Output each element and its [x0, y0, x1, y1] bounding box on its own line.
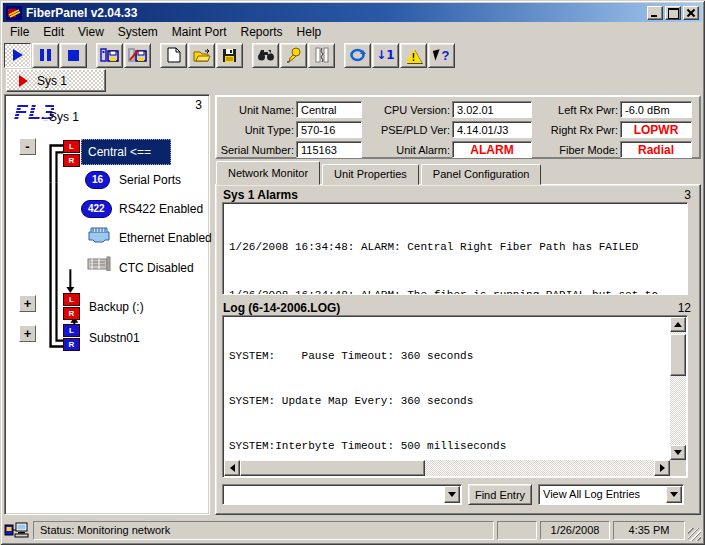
panel-view-icon [315, 47, 329, 63]
expand-backup-button[interactable]: + [19, 295, 36, 312]
log-row[interactable]: SYSTEM: Update Map Every: 360 seconds [225, 394, 668, 409]
arrow-right-icon [660, 464, 665, 472]
substn-unit-icon[interactable]: L R [63, 324, 80, 351]
tree-node-serial-ports[interactable]: Serial Ports [119, 173, 181, 187]
expand-substn-button[interactable]: + [19, 325, 36, 342]
stop-button[interactable] [60, 43, 87, 68]
find-entry-button[interactable]: Find Entry [468, 484, 532, 505]
tab-network-monitor[interactable]: Network Monitor [216, 161, 320, 185]
open-file-button[interactable] [188, 43, 215, 68]
log-lines[interactable]: SYSTEM: Pause Timeout: 360 seconds SYSTE… [225, 319, 668, 458]
right-rx-pwr-field[interactable]: LOPWR [620, 121, 692, 138]
menu-reports[interactable]: Reports [234, 24, 290, 40]
menu-file[interactable]: File [3, 24, 36, 40]
tree-node-ethernet[interactable]: Ethernet Enabled [119, 231, 212, 245]
pause-icon [40, 49, 51, 61]
system-tab-row: Sys 1 [6, 69, 106, 93]
log-vertical-scrollbar[interactable] [670, 317, 686, 460]
new-file-button[interactable] [160, 43, 187, 68]
alarms-list[interactable]: 1/26/2008 16:34:48: ALARM: Central Right… [222, 202, 688, 295]
tree-node-ctc[interactable]: CTC Disabled [119, 261, 194, 275]
scrollbar-corner [670, 460, 686, 476]
collapse-central-button[interactable]: - [19, 138, 36, 155]
resize-grip[interactable] [688, 528, 701, 541]
tab-sys1[interactable]: Sys 1 [6, 69, 106, 92]
log-filter-dropdown-button[interactable] [666, 486, 682, 503]
menu-help[interactable]: Help [290, 24, 329, 40]
log-filter-combo[interactable]: View All Log Entries [538, 484, 684, 505]
tree-node-central[interactable]: Central <== [81, 139, 171, 165]
ethernet-connector-icon [87, 226, 111, 243]
pse-pld-ver-field[interactable]: 4.14.01/J3 [452, 121, 532, 138]
fiber-mode-field[interactable]: Radial [620, 141, 692, 158]
scroll-right-button[interactable] [654, 460, 670, 476]
connect-device-icon [100, 47, 119, 63]
cpu-version-field[interactable]: 3.02.01 [452, 101, 532, 118]
context-help-icon: ? [434, 48, 450, 63]
scroll-up-button[interactable] [670, 317, 686, 332]
app-icon [6, 6, 22, 20]
alarm-warning-icon: ! [405, 48, 423, 63]
unit-name-field[interactable]: Central [296, 101, 362, 118]
sort-updown-icon: ↓1 [376, 48, 394, 62]
tab-unit-properties[interactable]: Unit Properties [322, 164, 419, 185]
status-time: 4:35 PM [613, 521, 685, 540]
tree-node-rs422[interactable]: RS422 Enabled [119, 202, 203, 216]
maximize-button[interactable] [665, 6, 681, 20]
alarm-line: 1/26/2008 16:34:48: ALARM: The fiber is … [229, 287, 681, 295]
log-row[interactable]: SYSTEM:Interbyte Timeout: 500 millisecon… [225, 439, 668, 454]
unit-alarm-field[interactable]: ALARM [452, 141, 532, 158]
save-file-button[interactable] [216, 43, 243, 68]
status-bar: Status: Monitoring network 1/26/2008 4:3… [4, 519, 701, 541]
find-button-toolbar[interactable] [252, 43, 279, 68]
sort-updown-button[interactable]: ↓1 [372, 43, 399, 68]
left-rx-pwr-field[interactable]: -6.0 dBm [620, 101, 692, 118]
connect-button[interactable] [96, 43, 123, 68]
menu-system[interactable]: System [111, 24, 165, 40]
panel-view-button[interactable] [308, 43, 335, 68]
play-button[interactable] [4, 43, 31, 68]
disconnect-button[interactable] [124, 43, 151, 68]
pause-button[interactable] [32, 43, 59, 68]
central-unit-icon[interactable]: L R [63, 140, 80, 167]
log-filter-value: View All Log Entries [543, 488, 663, 500]
open-file-icon [193, 48, 211, 63]
chevron-down-icon [670, 492, 678, 497]
toolbar: ↓1 ! ? [4, 41, 456, 69]
menu-maint-port[interactable]: Maint Port [165, 24, 234, 40]
tab-panel-configuration[interactable]: Panel Configuration [421, 164, 542, 185]
context-help-button[interactable]: ? [428, 43, 455, 68]
tree-node-substn[interactable]: Substn01 [89, 331, 140, 345]
play-icon [13, 49, 23, 61]
scroll-left-button[interactable] [224, 460, 240, 476]
horizontal-scroll-thumb[interactable] [240, 460, 425, 476]
tree-node-backup[interactable]: Backup (:) [89, 300, 144, 314]
tree-root-sys1[interactable]: Sys 1 [49, 110, 79, 124]
rs422-badge: 422 [81, 200, 112, 218]
fiberloop-logo: FL3 [12, 101, 54, 125]
alarm-warning-button[interactable]: ! [400, 43, 427, 68]
alarm-line: 1/26/2008 16:34:48: ALARM: Central Right… [229, 239, 681, 255]
find-entry-dropdown-button[interactable] [444, 486, 460, 503]
unit-type-field[interactable]: 570-16 [296, 121, 362, 138]
serial-number-field[interactable]: 115163 [296, 141, 362, 158]
disconnect-device-icon [128, 47, 147, 63]
find-entry-combo[interactable] [222, 484, 462, 505]
menu-bar: File Edit View System Maint Port Reports… [3, 23, 702, 41]
log-horizontal-scrollbar[interactable] [224, 460, 670, 476]
serial-number-label: Serial Number: [220, 144, 294, 156]
menu-view[interactable]: View [71, 24, 111, 40]
minimize-button[interactable] [647, 6, 663, 20]
menu-edit[interactable]: Edit [36, 24, 71, 40]
status-date: 1/26/2008 [540, 521, 610, 540]
pin-button[interactable] [280, 43, 307, 68]
status-message-panel: Status: Monitoring network [33, 521, 494, 540]
log-row[interactable]: SYSTEM: Pause Timeout: 360 seconds [225, 349, 668, 364]
close-button[interactable] [683, 6, 699, 20]
network-status-icon [4, 522, 30, 538]
right-panel: Unit Name: Central CPU Version: 3.02.01 … [215, 94, 701, 515]
refresh-button[interactable] [344, 43, 371, 68]
backup-unit-icon[interactable]: L R [63, 293, 80, 320]
vertical-scroll-thumb[interactable] [670, 334, 686, 376]
scroll-down-button[interactable] [670, 445, 686, 460]
